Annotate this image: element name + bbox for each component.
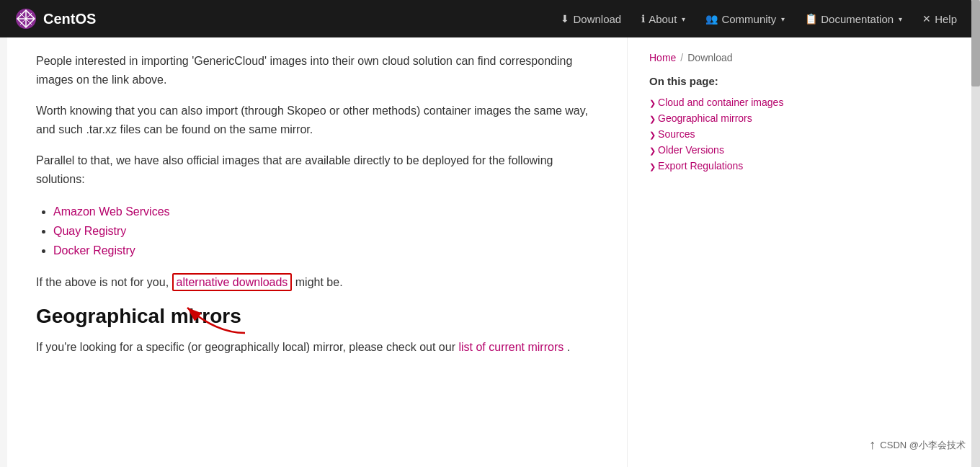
about-caret-icon: ▾ [682,15,685,23]
nav-documentation[interactable]: 📋 Documentation ▾ [796,9,911,30]
scrollbar[interactable] [971,0,980,467]
list-item-docker: Docker Registry [53,241,598,260]
breadcrumb: Home / Download [649,52,814,63]
docs-caret-icon: ▾ [899,15,902,23]
aws-link[interactable]: Amazon Web Services [53,205,170,218]
docs-icon: 📋 [805,13,817,25]
alt-downloads-paragraph: If the above is not for you, alternative… [36,273,598,292]
brand-name: CentOS [43,11,96,27]
list-item-aws: Amazon Web Services [53,202,598,221]
page-container: People interested in importing 'GenericC… [7,37,973,467]
on-this-page-list: Cloud and container images Geographical … [649,94,814,174]
scroll-up-icon[interactable]: ↑ [869,437,876,453]
centos-logo-icon [14,7,37,30]
community-icon: 👥 [705,13,718,25]
nav-community[interactable]: 👥 Community ▾ [697,9,793,30]
sidebar-link-older[interactable]: Older Versions [658,144,724,156]
annotation-wrapper: If the above is not for you, alternative… [36,273,598,292]
scrollbar-thumb[interactable] [971,0,980,86]
info-icon: ℹ [641,13,645,25]
sidebar-item-sources: Sources [649,126,814,142]
on-this-page-heading: On this page: [649,75,814,87]
alternative-downloads-link[interactable]: alternative downloads [172,273,293,291]
nav-download[interactable]: ⬇ Download [552,9,630,30]
sidebar: Home / Download On this page: Cloud and … [627,37,829,467]
nav-about[interactable]: ℹ About ▾ [633,9,694,30]
geo-mirrors-heading: Geographical mirrors [36,305,598,328]
sidebar-link-geo[interactable]: Geographical mirrors [658,112,752,124]
main-content: People interested in importing 'GenericC… [7,37,627,467]
docker-link[interactable]: Docker Registry [53,244,135,257]
nav-help[interactable]: ✕ Help [914,9,966,30]
sidebar-link-cloud[interactable]: Cloud and container images [658,97,783,108]
quay-link[interactable]: Quay Registry [53,225,126,237]
community-caret-icon: ▾ [781,15,785,23]
sidebar-item-geo: Geographical mirrors [649,110,814,126]
intro-paragraph-2: Worth knowing that you can also import (… [36,102,598,138]
breadcrumb-separator: / [680,52,683,63]
list-item-quay: Quay Registry [53,221,598,241]
on-this-page: On this page: Cloud and container images… [649,75,814,174]
solutions-list: Amazon Web Services Quay Registry Docker… [36,202,598,261]
sidebar-link-sources[interactable]: Sources [658,128,695,140]
sidebar-link-export[interactable]: Export Regulations [658,160,743,172]
navbar: CentOS ⬇ Download ℹ About ▾ 👥 Community … [0,0,980,37]
geo-mirrors-paragraph: If you're looking for a specific (or geo… [36,338,598,357]
intro-paragraph-1: People interested in importing 'GenericC… [36,52,598,89]
brand-logo[interactable]: CentOS [14,7,96,30]
sidebar-item-cloud: Cloud and container images [649,94,814,110]
breadcrumb-current: Download [687,52,732,63]
sidebar-item-export: Export Regulations [649,158,814,174]
mirrors-list-link[interactable]: list of current mirrors [458,341,564,353]
watermark-text: CSDN @小李会技术 [880,439,966,452]
navbar-links: ⬇ Download ℹ About ▾ 👥 Community ▾ 📋 Doc… [552,9,966,30]
help-icon: ✕ [922,13,931,25]
download-icon: ⬇ [561,13,569,25]
content-text: People interested in importing 'GenericC… [36,52,598,356]
intro-paragraph-3: Parallel to that, we have also official … [36,151,598,188]
csdn-watermark: ↑ CSDN @小李会技术 [869,437,966,453]
sidebar-item-older: Older Versions [649,142,814,158]
breadcrumb-home[interactable]: Home [649,52,676,63]
